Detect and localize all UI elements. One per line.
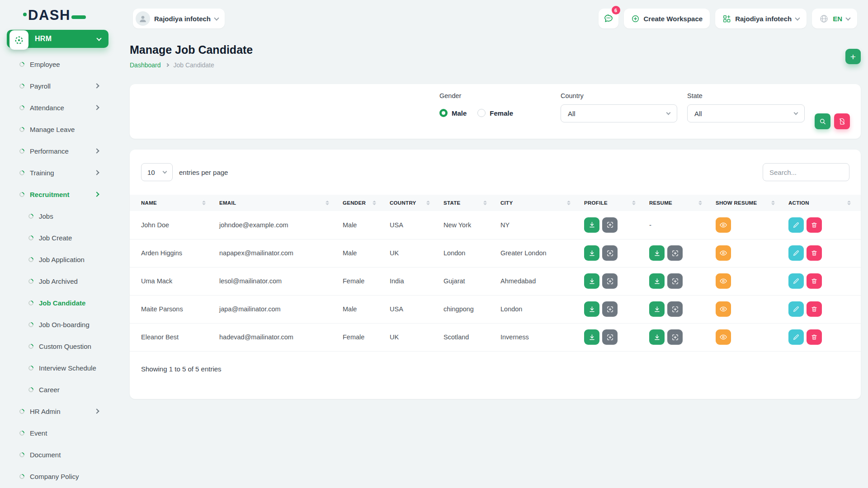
breadcrumb-dashboard-link[interactable]: Dashboard bbox=[130, 61, 161, 69]
column-header[interactable]: PROFILE bbox=[580, 195, 646, 211]
show-resume-button[interactable] bbox=[716, 273, 731, 289]
search-input[interactable] bbox=[763, 163, 849, 181]
edit-button[interactable] bbox=[788, 329, 804, 345]
sidebar-item[interactable]: Job On-boarding bbox=[0, 314, 119, 335]
scan-icon bbox=[671, 333, 679, 341]
download-resume-button[interactable] bbox=[649, 245, 665, 261]
scan-icon bbox=[606, 221, 614, 229]
sidebar-item[interactable]: Interview Schedule bbox=[0, 357, 119, 379]
sidebar-item[interactable]: Job Archived bbox=[0, 270, 119, 292]
column-header[interactable]: STATE bbox=[440, 195, 497, 211]
app-logo: DASH bbox=[0, 5, 119, 26]
column-header[interactable]: CITY bbox=[497, 195, 580, 211]
sidebar-item[interactable]: Manage Leave bbox=[0, 118, 119, 140]
show-resume-button[interactable] bbox=[716, 217, 731, 233]
download-profile-button[interactable] bbox=[584, 329, 599, 345]
delete-button[interactable] bbox=[807, 217, 822, 233]
show-resume-button[interactable] bbox=[716, 245, 731, 261]
language-selector[interactable]: EN bbox=[812, 9, 857, 28]
company-selector[interactable]: Rajodiya infotech bbox=[715, 9, 807, 28]
column-header[interactable]: SHOW RESUME bbox=[712, 195, 785, 211]
chevron-right-icon bbox=[94, 83, 99, 88]
sidebar-item[interactable]: Attendance bbox=[0, 97, 119, 118]
bullet-icon bbox=[28, 234, 35, 241]
preview-profile-button[interactable] bbox=[602, 301, 618, 317]
column-header[interactable]: NAME bbox=[130, 195, 216, 211]
bullet-icon bbox=[19, 451, 26, 458]
download-resume-button[interactable] bbox=[649, 301, 665, 317]
column-header[interactable]: RESUME bbox=[646, 195, 712, 211]
candidates-card: 10 entries per page NAME EMAIL GENDER bbox=[130, 150, 861, 399]
sidebar-item[interactable]: Jobs bbox=[0, 205, 119, 227]
column-header[interactable]: ACTION bbox=[785, 195, 861, 211]
delete-button[interactable] bbox=[807, 329, 822, 345]
gender-radio[interactable]: Male bbox=[439, 109, 467, 117]
country-select[interactable]: All bbox=[561, 104, 677, 122]
workspace-avatar bbox=[136, 11, 150, 26]
download-profile-button[interactable] bbox=[584, 273, 599, 289]
preview-profile-button[interactable] bbox=[602, 217, 618, 233]
show-resume-button[interactable] bbox=[716, 329, 731, 345]
sidebar-item[interactable]: Company Policy bbox=[0, 465, 119, 487]
eye-icon bbox=[719, 277, 727, 285]
delete-button[interactable] bbox=[807, 245, 822, 261]
reset-filter-button[interactable] bbox=[834, 113, 850, 129]
edit-button[interactable] bbox=[788, 273, 804, 289]
entries-per-page-select[interactable]: 10 bbox=[141, 163, 173, 181]
sort-arrows-icon bbox=[426, 201, 430, 205]
preview-profile-button[interactable] bbox=[602, 273, 618, 289]
sidebar-item[interactable]: Recruitment bbox=[0, 183, 119, 205]
preview-resume-button[interactable] bbox=[667, 273, 683, 289]
sidebar-item-label: Manage Leave bbox=[30, 126, 75, 133]
apply-filter-button[interactable] bbox=[815, 113, 830, 129]
edit-button[interactable] bbox=[788, 217, 804, 233]
sidebar-item[interactable]: Document bbox=[0, 444, 119, 465]
candidate-state: Gujarat bbox=[440, 267, 497, 295]
candidates-tbody: John Doe johndoe@example.com Male USA Ne… bbox=[130, 211, 861, 351]
sidebar-item[interactable]: Custom Question bbox=[0, 335, 119, 357]
column-header[interactable]: COUNTRY bbox=[386, 195, 440, 211]
column-header[interactable]: EMAIL bbox=[216, 195, 339, 211]
download-resume-button[interactable] bbox=[649, 273, 665, 289]
preview-resume-button[interactable] bbox=[667, 301, 683, 317]
show-resume-button[interactable] bbox=[716, 301, 731, 317]
preview-resume-button[interactable] bbox=[667, 329, 683, 345]
sidebar-item[interactable]: Training bbox=[0, 162, 119, 183]
sidebar-item[interactable]: Job Create bbox=[0, 227, 119, 249]
sidebar-item[interactable]: Employee bbox=[0, 53, 119, 75]
sidebar-item[interactable]: Job Application bbox=[0, 249, 119, 270]
gender-radio[interactable]: Female bbox=[477, 109, 513, 117]
sidebar-item[interactable]: HR Admin bbox=[0, 400, 119, 422]
module-selector-hrm[interactable]: HRM bbox=[7, 30, 108, 48]
resume-buttons bbox=[649, 301, 708, 317]
download-resume-button[interactable] bbox=[649, 329, 665, 345]
add-candidate-button[interactable]: + bbox=[845, 49, 861, 64]
sidebar-item[interactable]: Job Candidate bbox=[0, 292, 119, 314]
download-icon bbox=[588, 305, 596, 313]
delete-button[interactable] bbox=[807, 273, 822, 289]
delete-button[interactable] bbox=[807, 301, 822, 317]
preview-resume-button[interactable] bbox=[667, 245, 683, 261]
messages-button[interactable]: 6 bbox=[599, 9, 618, 28]
state-select[interactable]: All bbox=[687, 104, 805, 122]
create-workspace-button[interactable]: Create Workspace bbox=[624, 9, 710, 28]
edit-button[interactable] bbox=[788, 245, 804, 261]
download-profile-button[interactable] bbox=[584, 245, 599, 261]
chevron-down-icon bbox=[795, 15, 800, 20]
trash-icon bbox=[811, 221, 818, 229]
column-header[interactable]: GENDER bbox=[339, 195, 386, 211]
sidebar-item[interactable]: Payroll bbox=[0, 75, 119, 97]
sidebar-item[interactable]: Event bbox=[0, 422, 119, 444]
sidebar-item[interactable]: Career bbox=[0, 379, 119, 400]
preview-profile-button[interactable] bbox=[602, 329, 618, 345]
module-icon-box bbox=[9, 30, 28, 50]
download-profile-button[interactable] bbox=[584, 217, 599, 233]
edit-button[interactable] bbox=[788, 301, 804, 317]
workspace-selector[interactable]: Rajodiya infotech bbox=[133, 9, 225, 28]
preview-profile-button[interactable] bbox=[602, 245, 618, 261]
download-profile-button[interactable] bbox=[584, 301, 599, 317]
bullet-icon bbox=[19, 169, 26, 176]
user-icon bbox=[138, 14, 147, 23]
sidebar-item[interactable]: Performance bbox=[0, 140, 119, 162]
topbar: Rajodiya infotech 6 Create Works bbox=[119, 0, 868, 33]
